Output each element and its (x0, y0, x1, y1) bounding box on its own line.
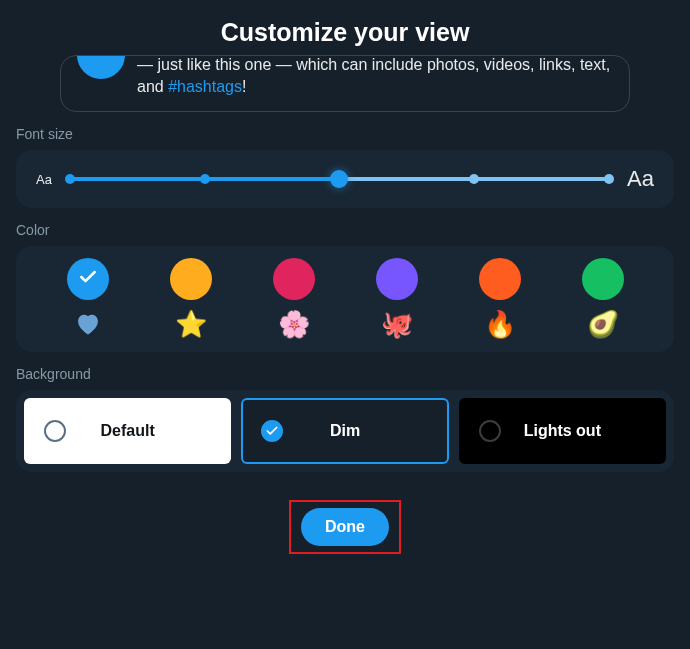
color-label: Color (16, 222, 674, 238)
octopus-icon: 🐙 (376, 311, 418, 337)
tweet-text: — just like this one — which can include… (137, 55, 613, 97)
background-label: Background (16, 366, 674, 382)
blossom-icon: 🌸 (273, 311, 315, 337)
color-swatch-green[interactable] (582, 258, 624, 300)
avatar (77, 55, 125, 79)
background-panel: Default Dim Lights out (16, 390, 674, 472)
star-icon: ⭐ (170, 311, 212, 337)
tweet-text-after: ! (242, 78, 246, 95)
slider-tick[interactable] (604, 174, 614, 184)
background-option-dim[interactable]: Dim (241, 398, 448, 464)
heart-icon (67, 310, 109, 338)
slider-tick[interactable] (469, 174, 479, 184)
font-size-large-indicator: Aa (627, 166, 654, 192)
checkmark-icon (78, 267, 98, 292)
color-swatch-yellow[interactable] (170, 258, 212, 300)
avocado-icon: 🥑 (582, 311, 624, 337)
done-button[interactable]: Done (301, 508, 389, 546)
color-swatch-blue[interactable] (67, 258, 109, 300)
hashtag-link[interactable]: #hashtags (168, 78, 242, 95)
slider-thumb[interactable] (330, 170, 348, 188)
font-size-label: Font size (16, 126, 674, 142)
font-size-small-indicator: Aa (36, 172, 52, 187)
tweet-preview-card: — just like this one — which can include… (60, 55, 630, 112)
background-option-default[interactable]: Default (24, 398, 231, 464)
color-panel: ⭐ 🌸 🐙 🔥 🥑 (16, 246, 674, 352)
done-highlight-box: Done (289, 500, 401, 554)
background-option-label: Lights out (479, 422, 646, 440)
fire-icon: 🔥 (479, 311, 521, 337)
dialog-title: Customize your view (16, 0, 674, 55)
slider-tick[interactable] (65, 174, 75, 184)
color-swatch-pink[interactable] (273, 258, 315, 300)
slider-tick[interactable] (200, 174, 210, 184)
color-swatch-orange[interactable] (479, 258, 521, 300)
color-swatch-purple[interactable] (376, 258, 418, 300)
font-size-slider[interactable] (70, 169, 609, 189)
background-option-lights-out[interactable]: Lights out (459, 398, 666, 464)
background-option-label: Default (44, 422, 211, 440)
background-option-label: Dim (261, 422, 428, 440)
font-size-panel: Aa Aa (16, 150, 674, 208)
